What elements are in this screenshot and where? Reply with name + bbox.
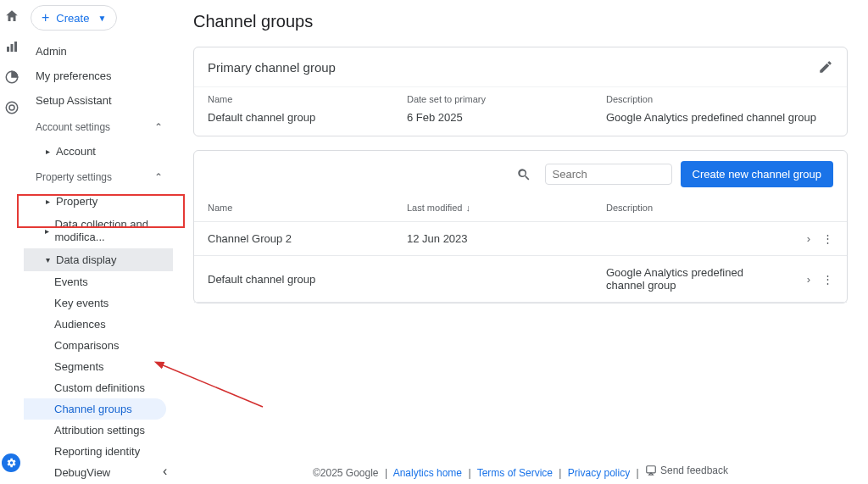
footer: ©2025 Google | Analytics home | Terms of… bbox=[193, 458, 848, 484]
more-menu-icon[interactable]: ⋮ bbox=[822, 232, 833, 245]
row-name: Channel Group 2 bbox=[208, 232, 407, 245]
bar-chart-icon[interactable] bbox=[4, 39, 19, 54]
nav-custom-definitions[interactable]: Custom definitions bbox=[24, 377, 173, 398]
subitem-account[interactable]: ▸ Account bbox=[24, 140, 173, 163]
nav-preferences[interactable]: My preferences bbox=[24, 64, 173, 88]
subitem-data-display[interactable]: ▾ Data display bbox=[24, 248, 173, 271]
search-input[interactable] bbox=[553, 168, 665, 181]
property-settings-header[interactable]: Property settings ⌃ bbox=[24, 163, 173, 190]
search-wrap bbox=[545, 164, 672, 185]
annotation-highlight-box bbox=[17, 194, 185, 228]
chevron-right-icon[interactable]: › bbox=[807, 273, 810, 286]
chevron-up-icon: ⌃ bbox=[154, 171, 163, 183]
page-title: Channel groups bbox=[193, 12, 848, 31]
row-name: Default channel group bbox=[208, 273, 407, 286]
primary-row-desc: Google Analytics predefined channel grou… bbox=[606, 111, 833, 124]
nav-channel-groups[interactable]: Channel groups bbox=[24, 398, 166, 420]
left-rail bbox=[0, 0, 24, 484]
search-icon bbox=[516, 167, 531, 182]
plus-icon: + bbox=[42, 11, 49, 25]
ads-icon[interactable] bbox=[4, 100, 19, 115]
svg-rect-2 bbox=[14, 42, 17, 52]
subitem-account-label: Account bbox=[56, 145, 96, 158]
nav-setup-assistant[interactable]: Setup Assistant bbox=[24, 88, 173, 113]
create-label: Create bbox=[56, 12, 89, 25]
nav-audiences[interactable]: Audiences bbox=[24, 314, 173, 335]
row-modified: 12 Jun 2023 bbox=[407, 232, 606, 245]
table-row[interactable]: Default channel group Google Analytics p… bbox=[194, 256, 847, 303]
footer-link-privacy[interactable]: Privacy policy bbox=[568, 467, 630, 479]
table-row[interactable]: Channel Group 2 12 Jun 2023 › ⋮ bbox=[194, 222, 847, 256]
main-content: Channel groups Primary channel group Nam… bbox=[173, 0, 868, 484]
sidebar: + Create ▼ Admin My preferences Setup As… bbox=[24, 0, 173, 484]
nav-events[interactable]: Events bbox=[24, 271, 173, 292]
create-button[interactable]: + Create ▼ bbox=[31, 5, 117, 31]
subitem-data-display-label: Data display bbox=[56, 253, 117, 266]
svg-point-5 bbox=[9, 105, 14, 110]
nav-comparisons[interactable]: Comparisons bbox=[24, 335, 173, 356]
explore-icon[interactable] bbox=[4, 70, 19, 85]
create-new-channel-group-button[interactable]: Create new channel group bbox=[681, 161, 834, 187]
th-last-modified-label: Last modified bbox=[407, 203, 462, 213]
home-icon[interactable] bbox=[4, 8, 19, 24]
account-settings-header[interactable]: Account settings ⌃ bbox=[24, 113, 173, 140]
footer-link-analytics-home[interactable]: Analytics home bbox=[393, 467, 462, 479]
th-description: Description bbox=[606, 203, 782, 213]
primary-col-name: Name bbox=[208, 94, 407, 104]
collapse-sidebar-button[interactable]: ‹ bbox=[163, 464, 167, 479]
edit-pencil-icon[interactable] bbox=[818, 59, 833, 75]
nav-reporting-identity[interactable]: Reporting identity bbox=[24, 441, 173, 462]
svg-point-4 bbox=[6, 102, 18, 114]
svg-rect-6 bbox=[647, 466, 656, 473]
primary-col-desc: Description bbox=[606, 94, 833, 104]
nav-admin[interactable]: Admin bbox=[24, 39, 173, 64]
account-settings-label: Account settings bbox=[36, 121, 110, 133]
chevron-down-icon: ▼ bbox=[97, 14, 106, 23]
feedback-icon bbox=[645, 465, 657, 476]
nav-debugview[interactable]: DebugView bbox=[24, 462, 173, 483]
triangle-down-icon: ▾ bbox=[44, 255, 51, 264]
footer-link-terms[interactable]: Terms of Service bbox=[477, 467, 553, 479]
gear-icon bbox=[5, 457, 17, 469]
svg-rect-0 bbox=[7, 47, 9, 52]
channel-groups-list-card: Create new channel group Name Last modif… bbox=[193, 150, 848, 303]
chevron-up-icon: ⌃ bbox=[154, 121, 163, 133]
more-menu-icon[interactable]: ⋮ bbox=[822, 273, 833, 286]
nav-segments[interactable]: Segments bbox=[24, 356, 173, 377]
feedback-label: Send feedback bbox=[660, 465, 728, 476]
nav-attribution-settings[interactable]: Attribution settings bbox=[24, 420, 173, 441]
row-desc: Google Analytics predefined channel grou… bbox=[606, 266, 782, 292]
chevron-right-icon[interactable]: › bbox=[807, 232, 810, 245]
primary-row-name: Default channel group bbox=[208, 111, 407, 124]
send-feedback-button[interactable]: Send feedback bbox=[645, 465, 728, 476]
sort-arrow-down-icon: ↓ bbox=[465, 203, 470, 213]
th-last-modified[interactable]: Last modified ↓ bbox=[407, 203, 606, 213]
admin-gear-badge[interactable] bbox=[2, 453, 20, 472]
table-header: Name Last modified ↓ Description bbox=[194, 197, 847, 222]
svg-rect-1 bbox=[11, 44, 14, 52]
footer-copyright: ©2025 Google bbox=[313, 467, 379, 479]
nav-key-events[interactable]: Key events bbox=[24, 292, 173, 314]
property-settings-label: Property settings bbox=[36, 171, 112, 183]
triangle-right-icon: ▸ bbox=[44, 147, 51, 156]
primary-col-date: Date set to primary bbox=[407, 94, 606, 104]
primary-channel-group-card: Primary channel group Name Default chann… bbox=[193, 47, 848, 136]
th-name: Name bbox=[208, 203, 407, 213]
primary-card-title: Primary channel group bbox=[208, 60, 336, 75]
primary-row-date: 6 Feb 2025 bbox=[407, 111, 606, 124]
